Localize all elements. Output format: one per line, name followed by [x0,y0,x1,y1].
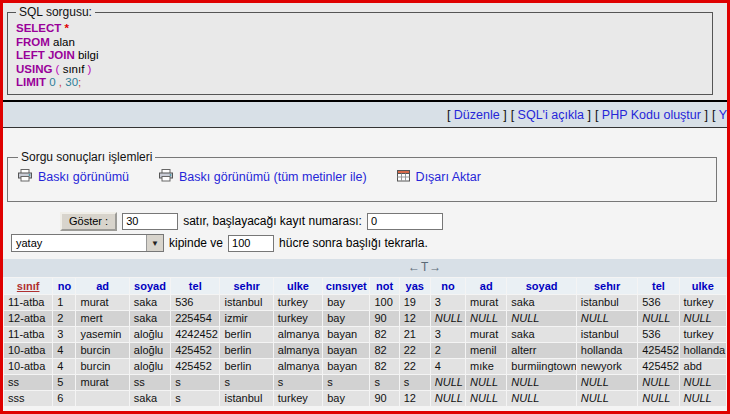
table-cell: s [171,375,219,390]
results-table-wrap: sınıfnoadsoyadtelsehırulkecınsıyetnotyas… [3,277,727,411]
column-sort-link[interactable]: ulke [692,280,714,292]
operation-link[interactable]: Baskı görünümü [38,170,129,184]
column-header-ad: ad [76,278,128,294]
column-sort-link[interactable]: sehır [233,280,259,292]
table-cell: menil [466,343,506,358]
column-header-sınıf: sınıf [4,278,52,294]
column-header-tel: tel [638,278,678,294]
column-sort-link[interactable]: sınıf [17,280,40,292]
column-header-cınsıyet: cınsıyet [323,278,369,294]
column-sort-link[interactable]: soyad [526,280,558,292]
table-cell: istanbul [577,327,637,342]
table-cell: turkey [680,327,726,342]
table-cell: aloğlu [130,343,170,358]
table-cell: 3 [431,295,465,310]
table-cell: almanya [274,343,322,358]
sql-token: SELECT [16,22,61,34]
table-cell: saka [507,295,575,310]
sql-query-section: SQL sorgusu: SELECT *FROM alanLEFT JOIN … [3,3,727,100]
show-button[interactable]: Göster : [60,212,117,231]
table-cell: NULL [680,391,726,406]
table-row: 10-atba4burcinaloğlu425452berlinalmanyab… [4,359,726,374]
table-cell: turkey [274,391,322,406]
table-cell: 11-atba [4,327,52,342]
column-sort-link[interactable]: no [441,280,454,292]
query-operations-legend: Sorgu sonuçları işlemleri [18,150,155,164]
table-cell: s [171,391,219,406]
sql-line: USING ( sınıf ) [16,63,704,77]
row-count-input[interactable] [122,213,178,230]
column-header-ulke: ulke [274,278,322,294]
table-row: 11-atba1muratsaka536istanbulturkeybay100… [4,295,726,310]
sql-query-fieldset: SQL sorgusu: SELECT *FROM alanLEFT JOIN … [7,5,713,95]
table-cell: 12-atba [4,311,52,326]
table-cell: ss [130,375,170,390]
column-sort-link[interactable]: tel [652,280,665,292]
column-sort-link[interactable]: ulke [287,280,309,292]
table-cell: 22 [400,359,430,374]
column-sort-link[interactable]: soyad [134,280,166,292]
column-sort-link[interactable]: ad [96,280,109,292]
operation-link[interactable]: Baskı görünümü (tüm metinler ile) [179,170,367,184]
column-header-ulke: ulke [680,278,726,294]
table-cell: berlin [220,343,272,358]
sql-line: LEFT JOIN bilgi [16,49,704,63]
sql-token: , [56,76,66,88]
query-action-link[interactable]: Düzenle [454,108,500,122]
column-sort-link[interactable]: tel [189,280,202,292]
query-action-link[interactable]: Y [719,108,727,122]
query-operations-fieldset: Sorgu sonuçları işlemleri Baskı görünümü… [7,150,717,202]
table-cell: 425452 [171,343,219,358]
table-cell: 19 [400,295,430,310]
results-header-row: sınıfnoadsoyadtelsehırulkecınsıyetnotyas… [4,278,726,294]
table-cell: mert [76,311,128,326]
table-cell: alterr [507,343,575,358]
cell-repeat-input[interactable] [228,235,274,252]
display-mode-select[interactable]: yatay ▼ [11,234,164,252]
table-cell: 3 [431,327,465,342]
operation-item[interactable]: Baskı görünümü [18,169,129,185]
table-cell: 4242452 [171,327,219,342]
table-cell: NULL [638,311,678,326]
column-sort-link[interactable]: sehır [594,280,620,292]
column-header-yas: yas [400,278,430,294]
table-cell: 82 [370,327,398,342]
sql-line: LIMIT 0 , 30; [16,76,704,90]
operation-link[interactable]: Dışarı Aktar [416,170,481,184]
query-operations-row: Baskı görünümüBaskı görünümü (tüm metinl… [18,169,706,185]
query-action: [ SQL'i açıkla ] [511,108,591,122]
start-record-input[interactable] [367,213,443,230]
table-cell: 12 [400,311,430,326]
table-cell: NULL [577,391,637,406]
table-cell: turkey [274,311,322,326]
query-action-link[interactable]: PHP Kodu oluştur [602,108,701,122]
header-toggle-control[interactable]: ←T→ [408,260,442,274]
sql-token: alan [50,36,75,48]
query-action: [ PHP Kodu oluştur ] [595,108,708,122]
table-cell: burcin [76,343,128,358]
table-cell: NULL [507,391,575,406]
column-sort-link[interactable]: no [58,280,71,292]
table-cell: 2 [431,343,465,358]
table-cell: turkey [274,295,322,310]
table-cell: bay [323,311,369,326]
query-action-link[interactable]: SQL'i açıkla [518,108,584,122]
column-sort-link[interactable]: not [376,280,393,292]
operation-item[interactable]: Baskı görünümü (tüm metinler ile) [159,169,367,185]
table-cell: NULL [577,375,637,390]
sql-query-legend: SQL sorgusu: [16,5,95,19]
column-sort-link[interactable]: ad [480,280,493,292]
table-top-band: ←T→ [3,259,727,277]
arrow-left-icon: ← [408,260,421,274]
column-sort-link[interactable]: cınsıyet [326,280,367,292]
table-cell: 3 [53,327,75,342]
column-header-tel: tel [171,278,219,294]
table-cell: NULL [466,391,506,406]
table-cell: istanbul [577,295,637,310]
table-cell: yasemin [76,327,128,342]
table-cell: NULL [466,311,506,326]
operation-item[interactable]: Dışarı Aktar [397,170,481,185]
printer-icon [159,169,174,185]
column-sort-link[interactable]: yas [406,280,424,292]
table-cell: 90 [370,391,398,406]
